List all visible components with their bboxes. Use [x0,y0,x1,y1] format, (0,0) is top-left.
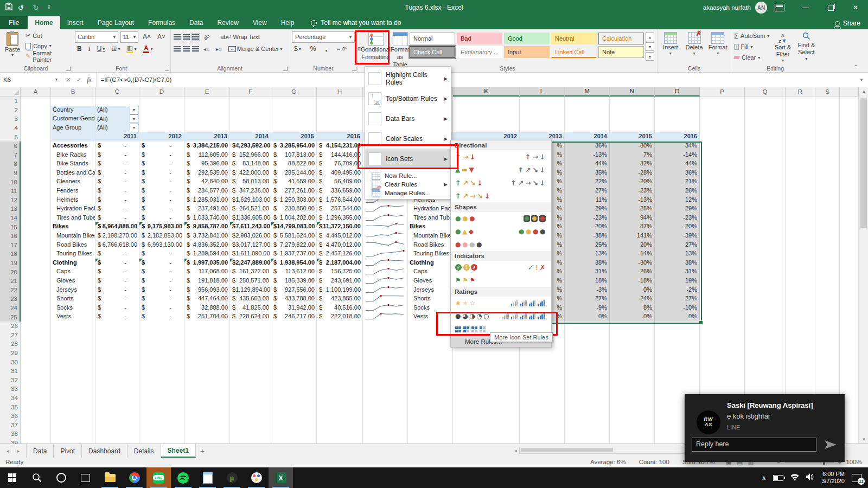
cell-F20[interactable]: $161,372.00 [230,267,271,277]
cell-Q11[interactable] [745,187,786,196]
cell-L3[interactable] [520,114,565,124]
cell-T2[interactable] [840,106,859,115]
cell-S9[interactable] [815,169,840,178]
cell-T12[interactable] [840,196,859,206]
cell-J34[interactable] [408,394,453,403]
menu-item-icon-sets[interactable]: Icon Sets▶ [365,149,451,169]
cell-T9[interactable] [840,169,859,178]
cell-O7[interactable]: -14% [655,151,700,160]
name-box[interactable]: K6▾ [0,72,61,87]
align-center-icon[interactable] [183,46,190,52]
undo-icon[interactable]: ↺▾ [18,4,27,12]
cell-M21[interactable]: 18% [565,277,610,286]
cell-K30[interactable] [453,357,520,367]
cell-E12[interactable]: $1,285,031.00 [184,196,230,206]
cell-O15[interactable]: -20% [655,222,700,232]
cell-I27[interactable] [363,331,408,341]
share-button[interactable]: Share [835,20,860,27]
cell-R19[interactable] [786,259,815,268]
cell-I19[interactable] [363,259,408,268]
cell-M15[interactable]: -20% [565,222,610,232]
cell-R25[interactable] [786,312,815,322]
cell-E28[interactable] [184,339,230,349]
icon-set-row[interactable]: ▲▬▼↑↗↘↓ [451,163,551,176]
column-header-E[interactable]: E [184,87,230,97]
row-header-28[interactable]: 28 [0,339,21,349]
cell-P20[interactable] [700,267,745,277]
close-button[interactable]: ✕ [843,0,868,15]
cell-G35[interactable] [271,402,317,412]
cell-N20[interactable]: -26% [610,267,655,277]
cell-Q8[interactable] [745,159,786,169]
cell-J32[interactable] [408,376,453,386]
cell-E20[interactable]: $117,068.00 [184,267,230,277]
ribbon-tab-data[interactable]: Data [182,16,210,29]
cell-H33[interactable] [317,384,363,394]
cell-N3[interactable] [610,114,655,124]
percent-style-icon[interactable]: % [308,45,318,53]
cell-P28[interactable] [700,339,745,349]
bottom-align-icon[interactable] [192,34,199,40]
cell-J23[interactable]: Shorts [408,294,453,304]
taskbar-search-button[interactable] [24,467,49,488]
cell-T4[interactable] [840,124,859,133]
cell-T26[interactable] [840,322,859,331]
cell-J38[interactable] [408,429,453,439]
cell-G34[interactable] [271,394,317,403]
cell-Q14[interactable] [745,214,786,223]
cell-O21[interactable]: 19% [655,277,700,286]
cell-N1[interactable] [610,97,655,106]
cell-D6[interactable]: $- [139,142,184,151]
sheet-nav-left-icon[interactable]: ◂ [7,448,9,454]
cell-D11[interactable]: $- [139,187,184,196]
cell-S33[interactable] [815,384,840,394]
row-header-11[interactable]: 11 [0,187,21,196]
cell-S15[interactable] [815,222,840,232]
cell-A33[interactable] [21,384,51,394]
cell-A32[interactable] [21,376,51,386]
row-header-25[interactable]: 25 [0,312,21,322]
cell-E7[interactable]: $112,605.00 [184,151,230,160]
cell-C23[interactable]: $- [95,294,139,304]
row-header-31[interactable]: 31 [0,367,21,376]
cell-K35[interactable] [453,402,520,412]
cell-G11[interactable]: $277,261.00 [271,187,317,196]
cell-O2[interactable] [655,106,700,115]
cell-B37[interactable] [51,421,95,431]
cell-S21[interactable] [815,277,840,286]
cell-Q24[interactable] [745,304,786,313]
line-notification[interactable]: RWAS Saski [Reuwang Aspirasi] e kok isti… [685,394,845,462]
cell-R26[interactable] [786,322,815,331]
hscroll-left-icon[interactable]: ◂ [514,448,517,453]
cell-J28[interactable] [408,339,453,349]
cell-F25[interactable]: $228,624.00 [230,312,271,322]
action-center-icon[interactable]: 11 [852,474,861,482]
cell-P31[interactable] [700,367,745,376]
column-header-L[interactable]: L [520,87,565,97]
cell-Q12[interactable] [745,196,786,206]
cell-B12[interactable]: Helmets [51,196,95,206]
cell-R4[interactable] [786,124,815,133]
column-header-O[interactable]: O [655,87,700,97]
cell-P21[interactable] [700,277,745,286]
cell-G7[interactable]: $107,813.00 [271,151,317,160]
cell-G27[interactable] [271,331,317,341]
gallery-scroll-up-icon[interactable]: ▴ [646,33,654,41]
cell-S7[interactable] [815,151,840,160]
cell-M6[interactable]: 36% [565,142,610,151]
icon-set-row[interactable]: ●▲◆●●●● [451,225,551,238]
cell-G37[interactable] [271,421,317,431]
cell-H27[interactable] [317,331,363,341]
collapse-ribbon-icon[interactable]: ⌃ [854,64,858,70]
cell-B29[interactable] [51,349,95,358]
cell-P33[interactable] [700,384,745,394]
cell-Q30[interactable] [745,357,786,367]
filter-dropdown-icon[interactable]: ▾ [130,114,138,123]
wifi-icon[interactable] [790,473,799,483]
cell-C20[interactable]: $- [95,267,139,277]
cell-Q18[interactable] [745,249,786,259]
cell-L31[interactable] [520,367,565,376]
cell-A29[interactable] [21,349,51,358]
cell-D22[interactable]: $- [139,286,184,296]
restore-button[interactable] [818,0,843,15]
